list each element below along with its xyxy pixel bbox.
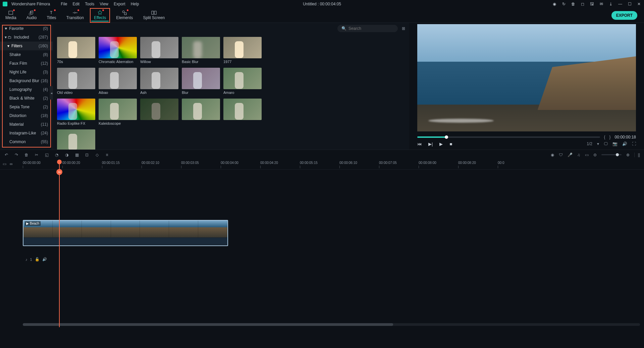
effect-item[interactable]: 70s	[57, 37, 95, 64]
menu-tools[interactable]: Tools	[85, 2, 94, 6]
save-icon[interactable]: 🖫	[590, 2, 594, 6]
fullscreen-icon[interactable]: ⛶	[632, 141, 636, 146]
crop-icon[interactable]: ◱	[44, 153, 49, 157]
tab-split-screen[interactable]: Split Screen	[140, 9, 167, 21]
effect-thumbnail[interactable]	[57, 99, 95, 120]
effect-thumbnail[interactable]	[140, 99, 178, 120]
render-icon[interactable]: ▭	[585, 153, 589, 157]
account-icon[interactable]: ◻	[580, 2, 585, 6]
delete-icon[interactable]: 🗑	[571, 2, 576, 6]
effect-thumbnail[interactable]	[182, 99, 220, 120]
track-manage-icon[interactable]: ▭	[3, 162, 6, 166]
effect-item[interactable]: Basic Blur	[182, 37, 220, 64]
snapshot-icon[interactable]: 📷	[612, 141, 618, 146]
sidebar-item-instagram-like[interactable]: Instagram-Like(24)	[0, 129, 53, 137]
tab-titles[interactable]: TTitles	[44, 9, 59, 21]
voice-icon[interactable]: 🎤	[568, 153, 573, 157]
effect-item[interactable]: Willow	[140, 37, 178, 64]
timeline-ruler[interactable]: ▭ ∞ ✂ 00:00:00:0000:00:00:2000:00:01:150…	[0, 160, 644, 170]
keyframe-icon[interactable]: ◇	[95, 153, 99, 157]
message-icon[interactable]: ✉	[599, 2, 604, 6]
search-box[interactable]: 🔍	[337, 25, 398, 32]
tab-transition[interactable]: Transition	[64, 9, 87, 21]
sidebar-item-night-life[interactable]: Night Life(3)	[0, 68, 53, 76]
video-clip[interactable]: ▶ Beach	[23, 220, 228, 246]
effect-item[interactable]: Chromatic Aberration	[99, 37, 137, 64]
download-icon[interactable]: ⤓	[608, 2, 613, 6]
close-icon[interactable]: ✕	[637, 2, 641, 6]
zoom-in-icon[interactable]: ⊕	[626, 153, 630, 157]
display-icon[interactable]: 🖵	[604, 141, 608, 146]
sidebar-included[interactable]: ▾ 🗀 Included (287)	[0, 33, 53, 42]
sidebar-filters[interactable]: ▾ Filters (160)	[0, 42, 53, 50]
effect-item[interactable]	[140, 99, 178, 125]
effect-thumbnail[interactable]	[57, 129, 95, 150]
prev-frame-icon[interactable]: ⏮	[417, 141, 422, 147]
preview-ratio[interactable]: 1/2	[587, 141, 592, 146]
sidebar-item-distortion[interactable]: Distortion(18)	[0, 111, 53, 120]
sidebar-favorite[interactable]: ♥Favorite (0)	[0, 24, 53, 33]
green-screen-icon[interactable]: ▦	[74, 153, 79, 157]
lock-icon[interactable]: 🔓	[35, 257, 40, 262]
menu-export[interactable]: Export	[114, 2, 125, 6]
effect-thumbnail[interactable]	[223, 99, 262, 120]
volume-icon[interactable]: 🔊	[622, 141, 627, 146]
sidebar-item-black-white[interactable]: Black & White(2)	[0, 94, 53, 103]
grid-view-icon[interactable]: ⊞	[402, 26, 405, 31]
play-icon[interactable]: ▶	[439, 141, 443, 147]
effect-thumbnail[interactable]	[223, 68, 262, 89]
effect-thumbnail[interactable]	[57, 37, 95, 58]
preview-video[interactable]	[417, 24, 636, 131]
redo-icon[interactable]: ↷	[14, 153, 19, 157]
scissor-icon[interactable]: ✂	[56, 169, 62, 175]
zoom-out-icon[interactable]: ⊖	[593, 153, 597, 157]
menu-help[interactable]: Help	[131, 2, 139, 6]
tab-effects[interactable]: Effects	[91, 9, 109, 21]
settings-icon[interactable]: ≡	[105, 153, 109, 157]
export-button[interactable]: EXPORT	[611, 11, 637, 20]
sidebar-item-faux-film[interactable]: Faux Film(12)	[0, 59, 53, 68]
tab-audio[interactable]: Audio	[24, 9, 40, 21]
bracket-out-icon[interactable]: }	[609, 135, 611, 139]
zoom-slider[interactable]	[601, 154, 622, 155]
effect-thumbnail[interactable]	[99, 99, 137, 120]
effect-item[interactable]: Aibao	[99, 68, 137, 95]
effect-item[interactable]: Ash	[140, 68, 178, 95]
chevron-down-icon[interactable]: ▾	[597, 141, 599, 146]
cloud-icon[interactable]: ↻	[561, 2, 566, 6]
tips-icon[interactable]: ◉	[552, 2, 557, 6]
menu-file[interactable]: File	[61, 2, 67, 6]
effect-thumbnail[interactable]	[57, 68, 95, 89]
effect-thumbnail[interactable]	[182, 37, 220, 58]
color-icon[interactable]: ◑	[64, 153, 69, 157]
mixer-icon[interactable]: ◉	[551, 153, 554, 157]
sidebar-item-lomography[interactable]: Lomography(4)	[0, 85, 53, 94]
bracket-in-icon[interactable]: {	[604, 135, 605, 139]
minimize-icon[interactable]: —	[618, 2, 623, 6]
playhead[interactable]: ✂	[59, 160, 60, 327]
effect-item[interactable]: 1977	[223, 37, 262, 64]
effect-thumbnail[interactable]	[140, 37, 178, 58]
effect-thumbnail[interactable]	[99, 68, 137, 89]
menu-view[interactable]: View	[100, 2, 108, 6]
speed-icon[interactable]: ◔	[54, 153, 59, 157]
effect-thumbnail[interactable]	[182, 68, 220, 89]
undo-icon[interactable]: ↶	[4, 153, 9, 157]
adjust-icon[interactable]: ⊡	[85, 153, 89, 157]
sidebar-item-common[interactable]: Common(55)	[0, 137, 53, 146]
effect-item[interactable]: Old video	[57, 68, 95, 95]
link-icon[interactable]: ∞	[10, 162, 13, 166]
sidebar-collapse-icon[interactable]: ◂	[50, 86, 53, 100]
zoom-fit-icon[interactable]: ||	[634, 153, 640, 157]
maximize-icon[interactable]: ☐	[627, 2, 632, 6]
effect-thumbnail[interactable]	[99, 37, 137, 58]
effect-item[interactable]	[57, 129, 95, 150]
search-input[interactable]	[348, 26, 399, 31]
effect-item[interactable]	[182, 99, 220, 125]
effect-item[interactable]: Blur	[182, 68, 220, 95]
effect-thumbnail[interactable]	[223, 37, 262, 58]
cut-icon[interactable]: ✂	[34, 153, 39, 157]
sidebar-item-shake[interactable]: Shake(8)	[0, 50, 53, 59]
sidebar-item-background-blur[interactable]: Background Blur(16)	[0, 76, 53, 85]
effect-item[interactable]: Radio Explike FX	[57, 99, 95, 125]
